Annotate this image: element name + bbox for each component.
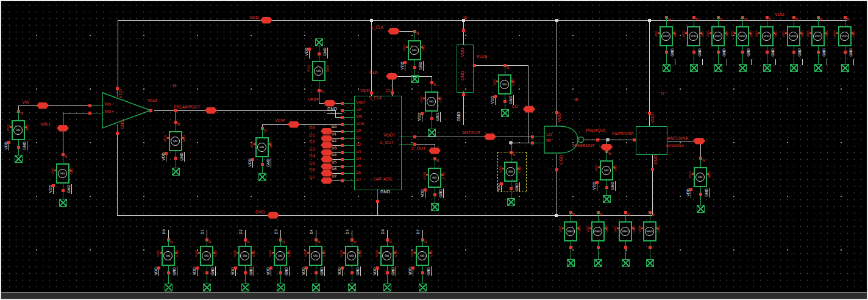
pad-stub[interactable] [440,112,441,122]
pad-stub[interactable] [650,212,650,221]
pad-stub[interactable] [505,65,505,74]
pad-stub[interactable] [245,266,246,284]
ground-pad-symbol[interactable] [419,284,427,291]
pad-stub[interactable] [360,266,361,276]
pad-stub[interactable] [432,82,432,91]
pad-stub[interactable] [827,59,827,65]
pad-stub[interactable] [316,240,316,246]
pad-stub[interactable] [571,212,571,221]
pad-stub[interactable] [280,240,281,246]
wire-segment[interactable] [463,20,464,45]
pad-stub[interactable] [422,240,423,246]
pad-stub[interactable] [702,59,703,65]
ground-pad-symbol[interactable] [622,259,630,267]
port-stub[interactable] [342,103,354,104]
pad-stub[interactable] [694,46,694,65]
pad-stub[interactable] [280,266,281,284]
pad-stub[interactable] [571,241,571,260]
pad-stub[interactable] [432,112,432,129]
wire-segment[interactable] [118,20,118,88]
pad-stub[interactable] [625,212,626,221]
pad-stub[interactable] [435,159,435,168]
ground-pad-symbol[interactable] [790,64,798,72]
pad-stub[interactable] [742,17,743,26]
pad-stub[interactable] [700,187,701,205]
pad-stub[interactable] [352,266,352,284]
port-stub[interactable] [342,131,354,132]
wire-segment[interactable] [377,189,378,201]
wire-segment[interactable] [414,144,435,145]
pad-stub[interactable] [802,59,803,65]
wire-segment[interactable] [557,154,557,215]
wire-segment[interactable] [262,124,342,125]
ground-pad-symbol[interactable] [431,203,439,211]
pad-stub[interactable] [607,151,607,160]
ground-pad-symbol[interactable] [165,284,173,291]
pad-stub[interactable] [718,17,719,26]
pad-stub[interactable] [387,266,388,284]
wire-segment[interactable] [90,113,102,113]
pad-stub[interactable] [598,241,599,260]
pad-stub[interactable] [794,46,794,65]
ground-pad-symbol[interactable] [312,284,320,291]
wire-segment[interactable] [533,137,544,137]
pad-stub[interactable] [324,266,325,276]
pad-stub[interactable] [289,266,290,276]
wire-segment[interactable] [652,154,653,215]
pad-stub[interactable] [751,59,752,65]
ground-pad-symbol[interactable] [501,109,509,117]
pad-stub[interactable] [177,266,177,276]
wire-segment[interactable] [154,110,335,111]
ground-pad-symbol[interactable] [15,155,23,163]
wire-segment[interactable] [557,20,557,126]
ground-pad-symbol[interactable] [814,64,822,72]
pad-stub[interactable] [207,266,207,284]
port-stub[interactable] [342,124,354,125]
port-stub[interactable] [342,180,354,181]
pad-stub[interactable] [675,59,675,65]
wire-segment[interactable] [90,105,102,106]
port-stub[interactable] [342,117,354,118]
pad-stub[interactable] [18,111,19,120]
wire-segment[interactable] [327,113,342,114]
wire-segment[interactable] [117,133,118,215]
pad-stub[interactable] [845,46,845,65]
wire-segment[interactable] [414,137,533,137]
supply-block-i8[interactable] [457,45,474,93]
pad-stub[interactable] [168,266,169,284]
pad-stub[interactable] [423,61,424,71]
wire-segment[interactable] [371,20,372,96]
wire-segment[interactable] [118,20,847,21]
pad-stub[interactable] [414,31,415,40]
wire-segment[interactable] [584,140,636,140]
pad-stub[interactable] [262,128,263,137]
pad-stub[interactable] [694,17,694,26]
pad-stub[interactable] [666,46,667,65]
pad-stub[interactable] [254,266,254,276]
pad-stub[interactable] [666,17,667,26]
port-stub[interactable] [342,173,354,174]
pad-stub[interactable] [775,59,776,65]
ground-pad-symbol[interactable] [763,64,771,72]
ground-pad-symbol[interactable] [241,284,249,291]
wire-segment[interactable] [18,105,90,106]
pad-stub[interactable] [767,17,767,26]
pad-stub[interactable] [245,240,246,246]
ground-pad-symbol[interactable] [258,173,266,181]
wire-segment[interactable] [473,65,528,66]
pad-stub[interactable] [176,151,176,168]
pad-stub[interactable] [184,152,185,162]
port-stub[interactable] [342,138,354,139]
ground-pad-symbol[interactable] [567,259,575,267]
ground-pad-symbol[interactable] [507,198,515,206]
wire-segment[interactable] [399,31,414,32]
pad-stub[interactable] [718,46,719,65]
port-stub[interactable] [342,152,354,153]
ground-pad-symbol[interactable] [594,259,602,267]
wire-segment[interactable] [63,113,63,154]
pad-stub[interactable] [818,17,819,26]
ground-pad-symbol[interactable] [428,129,436,137]
pad-stub[interactable] [352,240,352,246]
pad-stub[interactable] [396,266,396,276]
pad-stub[interactable] [271,158,271,168]
